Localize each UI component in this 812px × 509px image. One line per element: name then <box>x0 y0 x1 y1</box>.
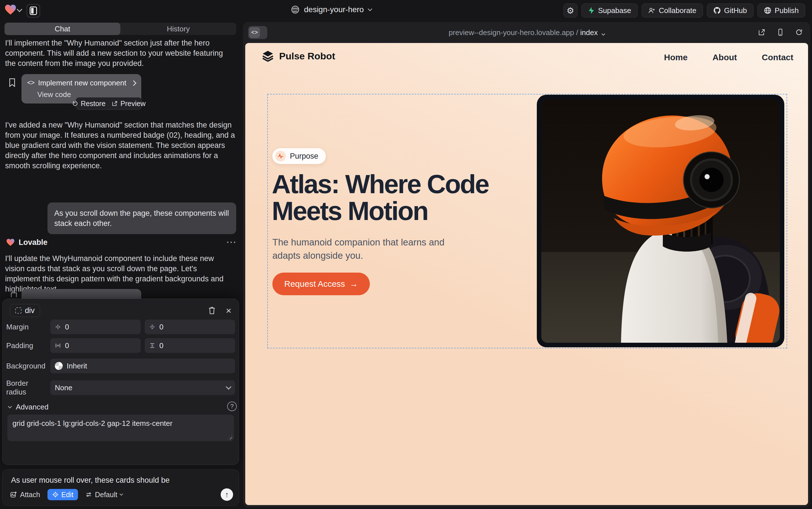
resize-handle[interactable] <box>228 435 232 439</box>
supabase-label: Supabase <box>598 6 631 15</box>
preview-url: preview--design-your-hero.lovable.app <box>449 28 574 37</box>
hero-subheading: The humanoid companion that learns and a… <box>272 236 470 263</box>
preview-page-name: index <box>580 28 598 37</box>
arrow-right-icon: → <box>349 279 358 289</box>
background-swatch-icon <box>55 362 63 370</box>
restore-icon <box>72 100 78 107</box>
background-row: Background Inherit <box>6 359 235 373</box>
attach-label: Attach <box>20 490 40 499</box>
preview-button[interactable]: Preview <box>112 100 146 108</box>
hero-heading: Atlas: Where Code Meets Motion <box>272 171 501 225</box>
supabase-icon <box>588 7 595 14</box>
supabase-button[interactable]: Supabase <box>582 3 638 18</box>
restore-button[interactable]: Restore <box>72 100 106 108</box>
tailwind-classes-textarea[interactable]: grid grid-cols-1 lg:grid-cols-2 gap-12 i… <box>7 414 234 441</box>
bookmark-icon-partial <box>10 292 17 298</box>
site-nav: Home About Contact <box>664 53 793 62</box>
project-switcher[interactable]: design-your-hero <box>291 5 372 14</box>
border-radius-select[interactable]: None <box>50 380 235 395</box>
bookmark-icon[interactable] <box>8 78 16 87</box>
selected-element-pill[interactable]: div <box>10 304 40 317</box>
border-radius-row: Border radius None <box>6 379 235 397</box>
robot-image <box>541 99 780 343</box>
restore-label: Restore <box>81 100 106 108</box>
refresh-button[interactable] <box>795 28 803 36</box>
purpose-badge-label: Purpose <box>290 152 319 161</box>
send-button[interactable]: ↑ <box>221 488 233 501</box>
chat-composer[interactable]: As user mouse roll over, these cards sho… <box>2 469 239 506</box>
panel-left-icon <box>30 6 37 15</box>
top-bar-actions: ⚙ Supabase Collaborate <box>563 3 805 18</box>
assistant-header: Lovable ··· <box>6 238 237 247</box>
background-label: Background <box>6 362 50 370</box>
nav-contact[interactable]: Contact <box>762 53 793 62</box>
tab-history[interactable]: History <box>120 23 236 35</box>
padding-x-input[interactable]: 0 <box>50 338 141 353</box>
restore-preview-bar: Restore Preview <box>76 97 142 110</box>
composer-input[interactable]: As user mouse roll over, these cards sho… <box>11 476 170 485</box>
margin-x-value: 0 <box>65 323 69 331</box>
app-root: design-your-hero ⚙ Supabase Collaborate <box>0 0 812 509</box>
publish-button[interactable]: Publish <box>758 3 805 18</box>
select-chevron-icon <box>226 384 231 390</box>
publish-label: Publish <box>775 6 799 15</box>
advanced-chevron-icon <box>8 404 12 408</box>
workspace-chevron-icon[interactable] <box>17 6 22 12</box>
element-outline-icon <box>15 307 22 314</box>
selected-element-tag: div <box>25 306 35 315</box>
margin-x-icon <box>55 324 61 330</box>
user-message-bubble: As you scroll down the page, these compo… <box>47 202 236 234</box>
site-brand[interactable]: Pulse Robot <box>262 50 335 62</box>
background-input[interactable]: Inherit <box>50 359 235 373</box>
assistant-name: Lovable <box>19 238 47 247</box>
nav-about[interactable]: About <box>712 53 737 62</box>
padding-y-icon <box>149 342 155 349</box>
help-icon[interactable]: ? <box>227 402 237 411</box>
margin-row: Margin 0 0 <box>6 319 235 334</box>
publish-globe-icon <box>764 7 771 14</box>
margin-y-input[interactable]: 0 <box>145 319 235 334</box>
external-link-icon <box>112 100 118 107</box>
close-inspector-button[interactable]: × <box>226 306 231 315</box>
attach-button[interactable]: Attach <box>10 490 40 499</box>
padding-label: Padding <box>6 341 50 350</box>
assistant-message-3: I'll update the WhyHumanoid component to… <box>5 253 233 294</box>
padding-y-input[interactable]: 0 <box>145 338 235 353</box>
tab-chat[interactable]: Chat <box>4 23 120 35</box>
lovable-logo-icon[interactable] <box>4 4 16 15</box>
edit-mode-button[interactable]: Edit <box>47 489 78 500</box>
nav-home[interactable]: Home <box>664 53 688 62</box>
advanced-section-toggle[interactable]: Advanced <box>8 403 48 411</box>
sliders-icon <box>85 491 92 498</box>
model-selector[interactable]: Default <box>85 490 123 499</box>
lovable-heart-icon <box>6 238 15 246</box>
github-button[interactable]: GitHub <box>707 3 753 18</box>
delete-element-button[interactable] <box>208 307 216 314</box>
collaborate-label: Collaborate <box>659 6 696 15</box>
pulse-icon <box>275 151 286 162</box>
github-label: GitHub <box>724 6 747 15</box>
request-access-button[interactable]: Request Access → <box>272 273 370 295</box>
open-external-button[interactable] <box>758 28 766 36</box>
message-menu-button[interactable]: ··· <box>227 238 237 247</box>
mode-chevron-icon <box>119 492 123 496</box>
gear-icon: ⚙ <box>566 6 574 15</box>
chat-history-tabs: Chat History <box>4 23 236 35</box>
padding-row: Padding 0 0 <box>6 338 235 353</box>
preview-url-bar[interactable]: preview--design-your-hero.lovable.app / … <box>243 28 810 37</box>
project-name: design-your-hero <box>304 5 364 14</box>
settings-button[interactable]: ⚙ <box>563 3 578 18</box>
advanced-label: Advanced <box>16 403 48 411</box>
padding-y-value: 0 <box>159 341 163 350</box>
site-canvas[interactable]: Pulse Robot Home About Contact Purpose A… <box>245 43 808 505</box>
layers-icon <box>262 50 274 62</box>
sidebar-toggle-button[interactable] <box>27 4 40 18</box>
chevron-right-icon <box>131 80 137 86</box>
classes-value: grid grid-cols-1 lg:grid-cols-2 gap-12 i… <box>12 419 172 428</box>
collaborate-button[interactable]: Collaborate <box>642 3 703 18</box>
preview-pane: <> preview--design-your-hero.lovable.app… <box>243 22 810 507</box>
mobile-view-button[interactable] <box>776 28 784 36</box>
margin-label: Margin <box>6 323 50 331</box>
margin-x-input[interactable]: 0 <box>50 319 141 334</box>
padding-x-value: 0 <box>65 341 69 350</box>
